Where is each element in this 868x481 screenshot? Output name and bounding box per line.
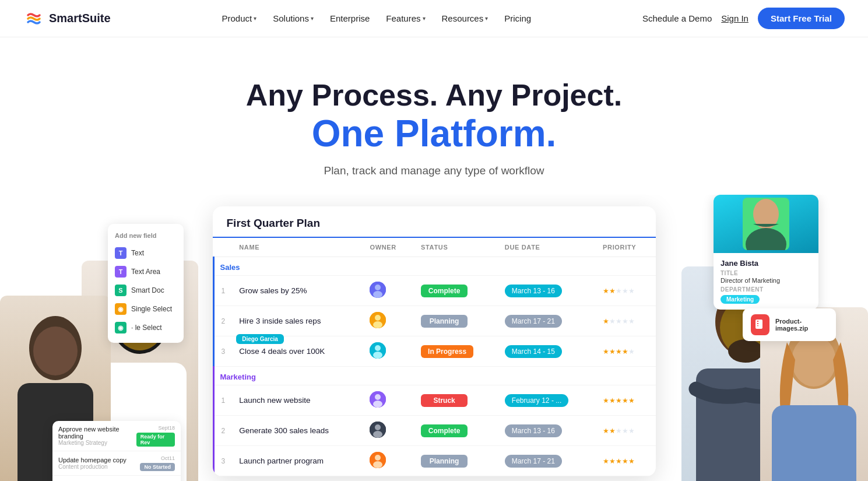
file-card: ZIP Product-images.zip — [743, 308, 836, 341]
profile-card: Jane Bista TITLE Director of Marketing D… — [714, 195, 818, 310]
section-header-sales: Sales — [213, 257, 656, 276]
zip-file-icon: ZIP — [754, 319, 766, 331]
svg-point-14 — [375, 315, 381, 321]
table-row: 2 Hire 3 inside sales reps Planning Marc… — [213, 306, 656, 336]
svg-rect-32 — [757, 323, 758, 324]
date-badge: March 17 - 21 — [505, 315, 562, 328]
file-name: Product-images.zip — [775, 318, 828, 332]
field-item-doc[interactable]: S Smart Doc — [108, 281, 184, 300]
add-field-panel: Add new field T Text T Text Area S Smart… — [108, 224, 184, 343]
schedule-demo-link[interactable]: Schedule a Demo — [642, 13, 712, 23]
field-item-multi-label: · le Select — [131, 324, 162, 332]
start-free-trial-button[interactable]: Start Free Trial — [758, 8, 845, 29]
table-header-row: NAME OWNER STATUS DUE DATE PRIORITY — [213, 238, 656, 257]
avatar — [370, 391, 386, 408]
status-badge: Planning — [421, 315, 468, 328]
table-row: 2 Generate 300 sales leads Complete Marc… — [213, 416, 656, 446]
svg-point-27 — [373, 461, 382, 468]
priority-stars: ★★★★★ — [603, 347, 648, 356]
dashboard-section: Add new field T Text T Text Area S Smart… — [0, 195, 868, 481]
nav-resources[interactable]: Resources ▾ — [435, 9, 496, 28]
field-item-text[interactable]: T Text — [108, 244, 184, 262]
owner-avatar — [370, 282, 386, 298]
col-status: STATUS — [414, 238, 498, 257]
logo[interactable]: SmartSuite — [23, 8, 111, 29]
table-row: 3 Launch partner program Planning March … — [213, 446, 656, 476]
status-badge: Complete — [421, 285, 468, 297]
svg-rect-41 — [772, 405, 856, 481]
col-due: DUE DATE — [498, 238, 596, 257]
svg-point-11 — [375, 285, 381, 290]
status-badge: In Progress — [421, 345, 473, 358]
tooltip-badge: Diego Garcia — [236, 334, 284, 344]
avatar — [370, 422, 386, 438]
navbar: SmartSuite Product ▾ Solutions ▾ Enterpr… — [0, 0, 868, 37]
priority-stars: ★★★★★ — [603, 457, 648, 465]
task-list-row: Update homepage copy Content production … — [52, 451, 181, 476]
owner-avatar — [370, 342, 386, 359]
svg-point-20 — [375, 394, 381, 400]
doc-field-icon: S — [115, 285, 126, 296]
sign-in-link[interactable]: Sign In — [721, 13, 748, 23]
avatar — [370, 282, 386, 298]
hero-subtitle: Plan, track and manage any type of workf… — [12, 164, 856, 177]
main-table-card: First Quarter Plan NAME OWNER STATUS DUE… — [213, 206, 656, 476]
field-item-single[interactable]: ◉ Single Select — [108, 300, 184, 318]
task-info: Approve new website branding Marketing S… — [58, 426, 136, 446]
field-item-textarea[interactable]: T Text Area — [108, 262, 184, 281]
add-field-title: Add new field — [108, 230, 184, 244]
profile-name: Jane Bista — [721, 259, 811, 268]
chevron-down-icon: ▾ — [254, 15, 256, 22]
nav-links: Product ▾ Solutions ▾ Enterprise Feature… — [215, 9, 539, 28]
svg-point-40 — [792, 335, 836, 387]
avatar — [370, 342, 386, 359]
status-badge: Planning — [421, 455, 468, 468]
chevron-down-icon: ▾ — [423, 15, 426, 22]
col-owner: OWNER — [363, 238, 414, 257]
table-row: 3 Diego Garcia Close 4 deals over 100K — [213, 336, 656, 367]
task-date: Oct11 — [161, 455, 175, 461]
logo-text: SmartSuite — [49, 12, 111, 25]
nav-features[interactable]: Features ▾ — [379, 9, 432, 28]
avatar — [370, 312, 386, 328]
hero-section: Any Process. Any Project. One Platform. … — [0, 37, 868, 195]
table-row: 1 Launch new website Struck February 12 … — [213, 385, 656, 416]
profile-card-image — [714, 195, 818, 253]
field-item-multi[interactable]: ◉ · le Select — [108, 318, 184, 337]
chevron-down-icon: ▾ — [485, 15, 488, 22]
project-table: NAME OWNER STATUS DUE DATE PRIORITY Sale… — [213, 238, 656, 476]
owner-avatar — [370, 391, 386, 408]
col-name: NAME — [232, 238, 363, 257]
svg-rect-31 — [757, 321, 758, 322]
svg-point-15 — [373, 321, 382, 328]
nav-pricing[interactable]: Pricing — [497, 9, 538, 28]
multi-field-icon: ◉ — [115, 322, 126, 333]
person-icon — [743, 198, 789, 250]
date-badge: February 12 - ... — [505, 394, 568, 407]
nav-product[interactable]: Product ▾ — [215, 9, 264, 28]
svg-point-18 — [373, 352, 382, 359]
svg-point-21 — [373, 401, 382, 408]
nav-enterprise[interactable]: Enterprise — [323, 9, 377, 28]
task-date: Sept18 — [158, 425, 175, 431]
task-list-row: Approve new website branding Marketing S… — [52, 421, 181, 451]
date-badge: March 17 - 21 — [505, 455, 562, 468]
svg-point-24 — [373, 431, 382, 438]
hero-headline-1: Any Process. Any Project. — [12, 78, 856, 113]
field-item-text-label: Text — [131, 249, 144, 257]
status-badge: Complete — [421, 424, 468, 437]
field-item-single-label: Single Select — [131, 305, 172, 313]
svg-text:ZIP: ZIP — [756, 325, 761, 329]
table-row: 1 Grow sales by 25% Complete March 13 - … — [213, 276, 656, 306]
file-info: Product-images.zip — [775, 318, 828, 332]
nav-solutions[interactable]: Solutions ▾ — [266, 9, 321, 28]
nav-right: Schedule a Demo Sign In Start Free Trial — [642, 8, 845, 29]
svg-point-26 — [375, 455, 381, 461]
col-priority: PRIORITY — [596, 238, 655, 257]
profile-photo-placeholder — [743, 198, 789, 250]
priority-stars: ★★★★★ — [603, 396, 648, 405]
priority-stars: ★★★★★ — [603, 317, 648, 325]
owner-avatar — [370, 312, 386, 328]
priority-stars: ★★★★★ — [603, 287, 648, 295]
field-item-textarea-label: Text Area — [131, 268, 160, 276]
